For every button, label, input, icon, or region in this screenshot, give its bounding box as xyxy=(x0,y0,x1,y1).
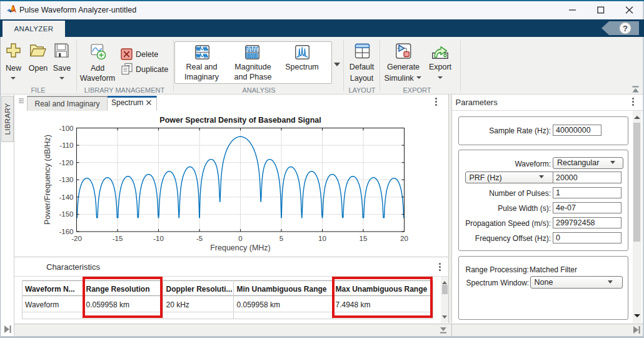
svg-text:Frequency (MHz): Frequency (MHz) xyxy=(210,243,271,252)
svg-text:10: 10 xyxy=(318,235,326,242)
svg-text:-5: -5 xyxy=(196,235,203,242)
svg-text:20: 20 xyxy=(400,235,408,242)
svg-text:0: 0 xyxy=(238,235,242,242)
svg-text:-150: -150 xyxy=(59,210,73,218)
svg-text:5: 5 xyxy=(279,235,283,242)
svg-text:Power/Frequency (dB/Hz): Power/Frequency (dB/Hz) xyxy=(43,135,52,225)
svg-text:?: ? xyxy=(623,24,628,33)
svg-text:-100: -100 xyxy=(59,125,73,132)
svg-text:-15: -15 xyxy=(113,235,123,242)
svg-text:-20: -20 xyxy=(71,235,82,242)
svg-text:-120: -120 xyxy=(59,159,73,166)
svg-text:-130: -130 xyxy=(59,176,73,183)
svg-text:15: 15 xyxy=(360,235,368,242)
svg-text:-110: -110 xyxy=(59,141,73,149)
svg-text:-10: -10 xyxy=(153,235,164,242)
svg-text:-140: -140 xyxy=(59,193,73,201)
